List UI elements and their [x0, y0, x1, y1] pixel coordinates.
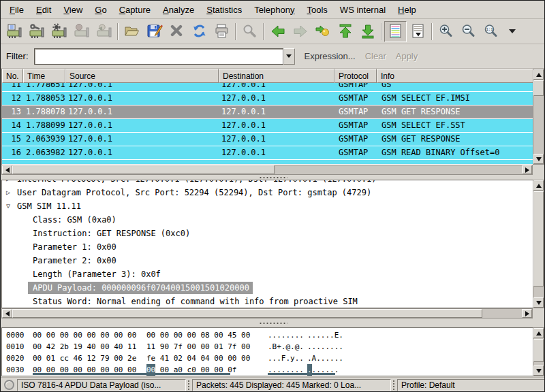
column-header-info[interactable]: Info [377, 69, 533, 83]
pane-splitter[interactable] [1, 175, 545, 180]
go-forward-button[interactable] [289, 21, 311, 42]
list-interfaces-button[interactable] [3, 21, 25, 42]
detail-row-apdu-payload-selected[interactable]: APDU Payload: 000000096f0704001500150102… [2, 281, 533, 295]
find-button[interactable] [238, 21, 261, 42]
expander-collapsed-icon[interactable]: ▷ [6, 186, 10, 199]
clear-button[interactable]: Clear [365, 51, 386, 61]
bytes-vscrollbar[interactable] [533, 327, 544, 376]
find-icon [241, 23, 259, 39]
hex-row[interactable]: 000000 00 00 00 00 00 00 0000 00 00 00 0… [2, 329, 533, 341]
vscroll-thumb[interactable] [533, 339, 544, 362]
arrow-up-icon [536, 73, 542, 77]
print-button[interactable] [211, 21, 233, 42]
packet-row[interactable]: 141.788099127.0.0.1127.0.0.1GSMTAPGSM SE… [2, 119, 533, 133]
menu-statistics[interactable]: Statistics [200, 2, 248, 18]
capture-start-button[interactable] [48, 21, 70, 42]
zoom-in-icon [437, 23, 455, 39]
scroll-up-button[interactable] [533, 69, 544, 80]
go-back-button[interactable] [266, 21, 289, 42]
toolbar-overflow-caret-icon[interactable] [509, 29, 516, 33]
go-to-top-button[interactable] [334, 21, 356, 42]
hscroll-thumb[interactable] [12, 165, 275, 174]
status-resize-handle[interactable] [187, 380, 191, 391]
goto-packet-button[interactable] [311, 21, 334, 42]
packet-list-hscrollbar[interactable] [1, 165, 533, 175]
column-header-no[interactable]: No. [2, 69, 23, 83]
pane-splitter[interactable] [1, 318, 545, 327]
zoom-100-button[interactable]: 1:1 [480, 21, 502, 42]
arrow-down-icon [536, 369, 542, 373]
scroll-left-button[interactable] [2, 309, 12, 318]
capture-restart-button[interactable] [93, 21, 115, 42]
expression-button[interactable]: Expression... [305, 51, 356, 61]
detail-row-length[interactable]: Length (Parameter 3): 0x0f [2, 267, 533, 281]
menu-help[interactable]: Help [392, 2, 422, 18]
detail-row-parameter2[interactable]: Parameter 2: 0x00 [2, 254, 533, 267]
hex-row[interactable]: 002000 01 cc 46 12 79 00 2efe 41 02 04 0… [2, 353, 533, 364]
scroll-up-button[interactable] [533, 180, 544, 191]
menu-ws-internal[interactable]: WS internal [334, 2, 392, 18]
colorize-toggle-button[interactable] [384, 21, 407, 42]
menu-go[interactable]: Go [89, 2, 112, 18]
column-header-source[interactable]: Source [65, 69, 219, 83]
details-hscrollbar[interactable] [1, 308, 533, 318]
vscroll-thumb[interactable] [533, 191, 544, 287]
menu-file[interactable]: File [3, 2, 30, 18]
packet-row-selected[interactable]: 131.788078127.0.0.1127.0.0.1GSMTAPGSM GE… [2, 105, 533, 119]
chevron-down-icon [286, 54, 292, 58]
zoom-out-button[interactable] [457, 21, 480, 42]
status-profile[interactable]: Profile: Default [397, 379, 545, 391]
menu-view[interactable]: View [57, 2, 89, 18]
reload-button[interactable] [188, 21, 211, 42]
scroll-right-button[interactable] [522, 165, 532, 174]
detail-row-partial[interactable]: ▷ Internet Protocol, Src: 127.0.0.1 (127… [2, 180, 533, 186]
packet-row-partial-bottom[interactable] [2, 160, 533, 164]
apply-button[interactable]: Apply [396, 51, 418, 61]
menu-analyze[interactable]: Analyze [157, 2, 200, 18]
menu-edit[interactable]: Edit [30, 2, 57, 18]
column-header-destination[interactable]: Destination [219, 69, 334, 83]
column-header-time[interactable]: Time [23, 69, 65, 83]
goto-packet-icon [314, 23, 332, 39]
packet-row-partial[interactable]: 11 1.778651 127.0.0.1 127.0.0.1 GSMTAP G… [2, 83, 533, 92]
auto-scroll-toggle-button[interactable] [407, 21, 429, 42]
go-to-bottom-button[interactable] [356, 21, 379, 42]
scroll-down-button[interactable] [533, 154, 544, 164]
detail-row-udp[interactable]: ▷ User Datagram Protocol, Src Port: 5229… [2, 186, 533, 199]
splitter-grip [259, 176, 287, 179]
packet-list-vscrollbar[interactable] [533, 69, 544, 165]
menu-capture[interactable]: Capture [113, 2, 157, 18]
status-resize-handle[interactable] [392, 380, 396, 391]
column-header-protocol[interactable]: Protocol [334, 69, 377, 83]
detail-row-instruction[interactable]: Instruction: GET RESPONSE (0xc0) [2, 227, 533, 240]
packet-row[interactable]: 152.063939127.0.0.1127.0.0.1GSMTAPGSM GE… [2, 133, 533, 146]
hex-row[interactable]: 001000 42 2b 19 40 00 40 1111 90 7f 00 0… [2, 341, 533, 353]
capture-restart-icon [95, 23, 113, 39]
filter-input[interactable] [34, 48, 283, 65]
packet-row[interactable]: 162.063982127.0.0.1127.0.0.1GSMTAPGSM RE… [2, 146, 533, 160]
detail-row-class[interactable]: Class: GSM (0xa0) [2, 213, 533, 227]
details-vscrollbar[interactable] [533, 180, 544, 308]
menu-telephony[interactable]: Telephony [248, 2, 300, 18]
scroll-right-button[interactable] [522, 309, 532, 318]
detail-row-parameter1[interactable]: Parameter 1: 0x00 [2, 240, 533, 254]
detail-row-gsm-sim[interactable]: ▽ GSM SIM 11.11 [2, 199, 533, 213]
scroll-down-button[interactable] [533, 365, 544, 376]
hscroll-thumb[interactable] [12, 309, 482, 318]
menu-tools[interactable]: Tools [301, 2, 334, 18]
save-file-button[interactable] [143, 21, 166, 42]
scroll-down-button[interactable] [533, 297, 544, 308]
close-file-button[interactable] [166, 21, 188, 42]
filter-dropdown-button[interactable] [283, 48, 295, 65]
capture-options-button[interactable] [25, 21, 48, 42]
scroll-left-button[interactable] [2, 165, 12, 174]
scroll-up-button[interactable] [533, 328, 544, 338]
packet-row[interactable]: 121.788053127.0.0.1127.0.0.1GSMTAPGSM SE… [2, 92, 533, 105]
vscroll-thumb[interactable] [533, 80, 544, 96]
detail-row-status-word[interactable]: Status Word: Normal ending of command wi… [2, 295, 533, 308]
expert-info-circle-icon[interactable] [4, 380, 14, 390]
open-file-button[interactable] [121, 21, 143, 42]
capture-stop-button[interactable] [70, 21, 93, 42]
zoom-in-button[interactable] [435, 21, 457, 42]
expander-expanded-icon[interactable]: ▽ [6, 199, 10, 213]
